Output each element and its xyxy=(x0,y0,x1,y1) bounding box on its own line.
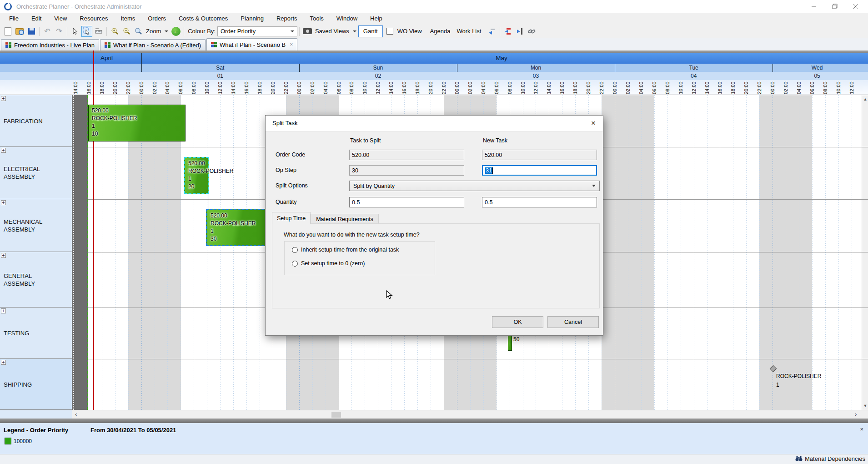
dialog-close-icon[interactable]: × xyxy=(591,119,596,128)
hour-tick-label: 08:00 xyxy=(507,80,513,94)
undo-button[interactable]: ↶ xyxy=(42,26,53,37)
op-step-new-field[interactable]: 31 xyxy=(482,165,597,176)
sidebar-row-fabrication[interactable]: +FABRICATION xyxy=(0,95,72,147)
hour-tick-label: 10:00 xyxy=(835,80,842,94)
radio-inherit-setup-time[interactable]: Inherit setup time from the original tas… xyxy=(292,247,399,253)
row-expander-icon[interactable]: + xyxy=(1,96,6,101)
material-dependencies-label: Material Dependencies xyxy=(805,455,865,462)
task-bar[interactable]: 520.00ROCK-POLISHER130 xyxy=(206,209,268,246)
new-plan-button[interactable] xyxy=(2,26,13,37)
link-tasks-button[interactable] xyxy=(526,26,537,37)
open-plan-button[interactable] xyxy=(14,26,25,37)
hour-tick-label: 12:00 xyxy=(532,80,539,94)
zoom-dropdown-caret-icon[interactable] xyxy=(165,30,168,32)
task-bar[interactable]: 520.00ROCK-POLISHER120 xyxy=(184,157,209,194)
hour-tick-label: 02:00 xyxy=(625,80,631,94)
cancel-button[interactable]: Cancel xyxy=(547,316,599,328)
zoom-dropdown-label[interactable]: Zoom xyxy=(146,28,161,35)
arrow-left-red-bars-icon xyxy=(504,27,512,35)
menu-edit[interactable]: Edit xyxy=(25,14,48,23)
quantity-new-field[interactable]: 0.5 xyxy=(482,197,597,207)
go-back-button[interactable]: ← xyxy=(171,26,181,37)
undo-icon: ↶ xyxy=(44,28,50,35)
scroll-down-icon[interactable]: ▼ xyxy=(862,403,868,408)
menu-planning[interactable]: Planning xyxy=(234,14,270,23)
sidebar-row-mechanical-assembly[interactable]: +MECHANICAL ASSEMBLY xyxy=(0,199,72,252)
saved-views-caret-icon[interactable] xyxy=(353,30,356,32)
zoom-in-button[interactable] xyxy=(109,26,120,37)
scrollbar-thumb[interactable] xyxy=(331,412,341,418)
menu-resources[interactable]: Resources xyxy=(73,14,114,23)
snapshot-button[interactable] xyxy=(302,26,313,37)
row-expander-icon[interactable]: + xyxy=(1,308,6,313)
select-pointer-icon xyxy=(83,27,91,35)
tab-setup-time[interactable]: Setup Time xyxy=(272,212,311,224)
menu-help[interactable]: Help xyxy=(364,14,389,23)
order-code-new-field[interactable]: 520.00 xyxy=(482,150,597,160)
hour-gridline xyxy=(667,95,668,410)
sidebar-row-electrical-assembly[interactable]: +ELECTRICAL ASSEMBLY xyxy=(0,147,72,199)
quantity-original-field[interactable]: 0.5 xyxy=(349,197,464,207)
scroll-right-icon[interactable]: › xyxy=(855,411,857,418)
menu-reports[interactable]: Reports xyxy=(270,14,304,23)
wo-view-checkbox[interactable] xyxy=(386,28,393,35)
pointer-tool-button[interactable] xyxy=(70,26,80,37)
menu-items[interactable]: Items xyxy=(114,14,141,23)
move-to-now-button[interactable] xyxy=(514,26,525,37)
radio-zero-setup-time[interactable]: Set setup time to 0 (zero) xyxy=(292,260,365,267)
hour-tick-label: 18:00 xyxy=(730,80,736,94)
menu-window[interactable]: Window xyxy=(330,14,364,23)
save-button[interactable] xyxy=(26,26,37,37)
scroll-up-icon[interactable]: ▲ xyxy=(862,97,868,101)
plan-tab-1[interactable]: Freedom Industries - Live Plan xyxy=(1,39,99,50)
plan-tab-2[interactable]: What if Plan - Scenario A (Edited) xyxy=(100,39,206,50)
restore-button[interactable] xyxy=(824,0,845,13)
scroll-left-icon[interactable]: ‹ xyxy=(75,411,77,418)
op-step-original-field[interactable]: 30 xyxy=(349,165,464,176)
tab-material-requirements[interactable]: Material Requirements xyxy=(311,214,379,224)
menu-tools[interactable]: Tools xyxy=(304,14,330,23)
pointer-icon xyxy=(71,27,79,35)
horizontal-scrollbar[interactable]: ‹ › xyxy=(0,410,868,419)
redo-button[interactable]: ↷ xyxy=(54,26,65,37)
legend-close-icon[interactable]: × xyxy=(860,426,863,433)
zoom-region-button[interactable] xyxy=(133,26,144,37)
schedule-jit-button[interactable] xyxy=(502,26,513,37)
sidebar-row-general-assembly[interactable]: +GENERAL ASSEMBLY xyxy=(0,252,72,308)
resource-sidebar: +FABRICATION+ELECTRICAL ASSEMBLY+MECHANI… xyxy=(0,95,72,410)
work-list-button[interactable]: Work List xyxy=(457,28,481,35)
tab-close-icon[interactable]: × xyxy=(290,41,293,48)
select-tool-button[interactable] xyxy=(81,26,92,37)
plan-tab-3[interactable]: What if Plan - Scenario B× xyxy=(206,38,297,50)
task-bar[interactable] xyxy=(508,336,512,351)
menu-costs-outcomes[interactable]: Costs & Outcomes xyxy=(172,14,234,23)
menu-file[interactable]: File xyxy=(3,14,25,23)
gantt-view-button[interactable]: Gantt xyxy=(358,25,383,37)
agenda-button[interactable]: Agenda xyxy=(430,28,451,35)
hour-tick-label: 10:00 xyxy=(204,80,210,94)
vertical-scrollbar[interactable]: ▲ ▼ xyxy=(862,95,868,410)
daynum-01: 01 xyxy=(217,73,223,79)
ok-button[interactable]: OK xyxy=(492,316,543,328)
order-code-original-field[interactable]: 520.00 xyxy=(349,150,464,160)
sidebar-row-testing[interactable]: +TESTING xyxy=(0,308,72,359)
close-button[interactable] xyxy=(845,0,866,13)
task-bar[interactable]: 520.00ROCK-POLISHER110 xyxy=(88,105,186,141)
row-expander-icon[interactable]: + xyxy=(1,148,6,153)
menu-orders[interactable]: Orders xyxy=(141,14,172,23)
mouse-cursor xyxy=(386,290,394,301)
zoom-out-button[interactable] xyxy=(121,26,132,37)
row-expander-icon[interactable]: + xyxy=(1,360,6,365)
schedule-asap-button[interactable] xyxy=(487,26,497,37)
colour-by-select[interactable]: Order Priority xyxy=(217,26,297,36)
material-dependencies-button[interactable]: Material Dependencies xyxy=(795,455,865,462)
row-expander-icon[interactable]: + xyxy=(1,253,6,258)
row-expander-icon[interactable]: + xyxy=(1,200,6,205)
split-options-select[interactable]: Split by Quantity xyxy=(349,181,600,191)
measure-tool-button[interactable] xyxy=(93,26,104,37)
saved-views-button[interactable]: Saved Views xyxy=(315,28,349,35)
sidebar-row-shipping[interactable]: +SHIPPING xyxy=(0,359,72,410)
minimize-button[interactable] xyxy=(803,0,824,13)
scrollbar-corner xyxy=(0,410,72,419)
menu-view[interactable]: View xyxy=(48,14,73,23)
